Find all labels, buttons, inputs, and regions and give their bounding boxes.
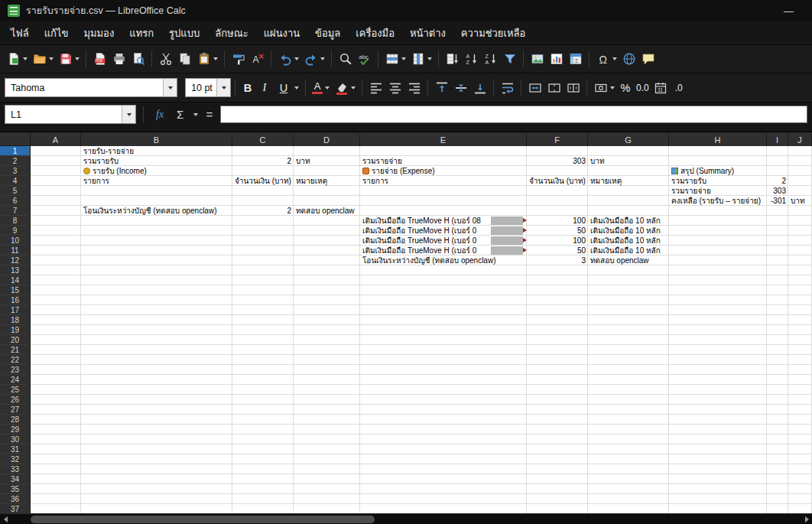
column-header-I[interactable]: I <box>767 134 788 147</box>
center-vertically-button[interactable] <box>451 77 470 99</box>
row-header-30[interactable]: 30 <box>0 434 31 444</box>
row-header-5[interactable]: 5 <box>0 186 31 196</box>
cell-B4[interactable]: รายการ <box>81 176 232 186</box>
underline-button[interactable]: U <box>273 77 301 99</box>
row-header-28[interactable]: 28 <box>0 415 31 425</box>
row-header-26[interactable]: 26 <box>0 395 31 405</box>
menu-item[interactable]: ข้อมูล <box>307 22 348 44</box>
cell-E11[interactable]: เติมเงินมือถือ TrueMove H (เบอร์ 0 <box>360 246 527 255</box>
merge-cells-button[interactable] <box>544 77 564 99</box>
column-header-D[interactable]: D <box>294 134 360 147</box>
row-header-18[interactable]: 18 <box>0 315 31 325</box>
spelling-button[interactable]: abc <box>355 48 374 70</box>
align-left-button[interactable] <box>366 77 385 99</box>
autofilter-button[interactable] <box>500 48 519 70</box>
align-top-button[interactable] <box>432 77 451 99</box>
formula-button[interactable]: = <box>201 108 217 121</box>
cell-J6[interactable]: บาท <box>788 196 812 206</box>
undo-button[interactable] <box>275 48 301 70</box>
scroll-right-arrow-icon[interactable] <box>801 514 812 524</box>
row-header-24[interactable]: 24 <box>0 375 31 385</box>
autosum-dropdown-icon[interactable] <box>193 113 198 116</box>
row-header-29[interactable]: 29 <box>0 425 31 434</box>
underline-dropdown-icon[interactable] <box>294 86 299 90</box>
cell-G11[interactable]: เติมเงินมือถือ 10 หลัก <box>588 246 669 255</box>
name-box-dropdown-icon[interactable] <box>122 106 135 123</box>
special-character-button[interactable]: Ω <box>593 48 619 70</box>
dropdown-arrow-icon[interactable] <box>294 57 299 60</box>
row-header-31[interactable]: 31 <box>0 444 31 454</box>
paste-button[interactable] <box>194 48 220 70</box>
font-name-dropdown-icon[interactable] <box>163 79 177 96</box>
row-header-35[interactable]: 35 <box>0 484 31 494</box>
cell-E3[interactable]: รายจ่าย (Expense) <box>360 166 527 176</box>
align-bottom-button[interactable] <box>470 77 489 99</box>
scrollbar-thumb[interactable] <box>31 516 375 523</box>
cell-F11[interactable]: 50 <box>527 246 588 255</box>
cell-C7[interactable]: 2 <box>232 206 294 216</box>
cell-B7[interactable]: โอนเงินระหว่างบัญชี (ทดสอบ openclaw) <box>81 206 232 216</box>
row-header-21[interactable]: 21 <box>0 345 31 355</box>
cell-F9[interactable]: 50 <box>527 226 588 236</box>
dropdown-arrow-icon[interactable] <box>213 57 218 60</box>
menu-item[interactable]: ความช่วยเหลือ <box>453 22 533 44</box>
row-header-2[interactable]: 2 <box>0 156 31 166</box>
menu-item[interactable]: หน้าต่าง <box>402 22 453 44</box>
row-header-23[interactable]: 23 <box>0 365 31 375</box>
row-header-22[interactable]: 22 <box>0 355 31 365</box>
menu-item[interactable]: แทรก <box>122 22 161 44</box>
cell-E10[interactable]: เติมเงินมือถือ TrueMove H (เบอร์ 0 <box>360 236 527 246</box>
cell-D4[interactable]: หมายเหตุ <box>294 176 360 186</box>
row-header-4[interactable]: 4 <box>0 176 31 186</box>
cell-I4[interactable]: 2 <box>767 176 788 186</box>
cell-G12[interactable]: ทดสอบ openclaw <box>588 255 669 265</box>
column-header-H[interactable]: H <box>669 134 767 147</box>
row-header-32[interactable]: 32 <box>0 454 31 464</box>
cell-D2[interactable]: บาท <box>294 156 360 166</box>
cell-F4[interactable]: จำนวนเงิน (บาท) <box>527 176 588 186</box>
menu-item[interactable]: มุมมอง <box>76 22 122 44</box>
minimize-button[interactable]: — <box>773 5 804 17</box>
scroll-left-arrow-icon[interactable] <box>0 514 11 524</box>
cell-I6[interactable]: -301 <box>767 196 788 206</box>
cell-C2[interactable]: 2 <box>232 156 294 166</box>
cell-H4[interactable]: รวมรายรับ <box>669 176 767 186</box>
dropdown-arrow-icon[interactable] <box>49 57 54 60</box>
print-button[interactable] <box>109 48 128 70</box>
font-name-combobox[interactable]: Tahoma <box>5 78 177 97</box>
horizontal-scrollbar[interactable] <box>0 513 812 524</box>
comment-button[interactable] <box>638 48 658 70</box>
insert-row-button[interactable] <box>382 48 408 70</box>
row-header-14[interactable]: 14 <box>0 275 31 285</box>
row-header-36[interactable]: 36 <box>0 494 31 504</box>
cell-G8[interactable]: เติมเงินมือถือ 10 หลัก <box>588 216 669 226</box>
cell-G4[interactable]: หมายเหตุ <box>588 176 669 186</box>
row-header-33[interactable]: 33 <box>0 464 31 474</box>
format-percent-button[interactable]: % <box>617 77 634 98</box>
insert-column-button[interactable] <box>408 48 434 70</box>
cell-H5[interactable]: รวมรายจ่าย <box>669 186 767 196</box>
new-document-button[interactable] <box>4 48 30 70</box>
row-header-16[interactable]: 16 <box>0 295 31 305</box>
font-size-dropdown-icon[interactable] <box>216 79 230 96</box>
row-header-11[interactable]: 11 <box>0 246 31 255</box>
row-header-15[interactable]: 15 <box>0 285 31 295</box>
cell-B1[interactable]: รายรับ-รายจ่าย <box>81 146 232 156</box>
menu-item[interactable]: แก้ไข <box>37 22 76 44</box>
highlight-color-button[interactable] <box>332 77 358 99</box>
highlight-dropdown-icon[interactable] <box>351 86 356 90</box>
cell-F12[interactable]: 3 <box>527 255 588 265</box>
format-date-button[interactable]: 31 <box>651 77 671 99</box>
italic-button[interactable]: I <box>256 77 273 98</box>
cell-I5[interactable]: 303 <box>767 186 788 196</box>
row-header-17[interactable]: 17 <box>0 305 31 315</box>
row-header-1[interactable]: 1 <box>0 146 31 156</box>
menu-item[interactable]: รูปแบบ <box>161 22 207 44</box>
merge-and-center-button[interactable] <box>525 77 544 99</box>
copy-button[interactable] <box>175 48 194 70</box>
row-header-10[interactable]: 10 <box>0 236 31 246</box>
dropdown-arrow-icon[interactable] <box>75 57 80 60</box>
column-header-J[interactable]: J <box>788 134 812 147</box>
format-currency-button[interactable] <box>591 77 617 99</box>
select-all-corner[interactable] <box>0 132 31 146</box>
